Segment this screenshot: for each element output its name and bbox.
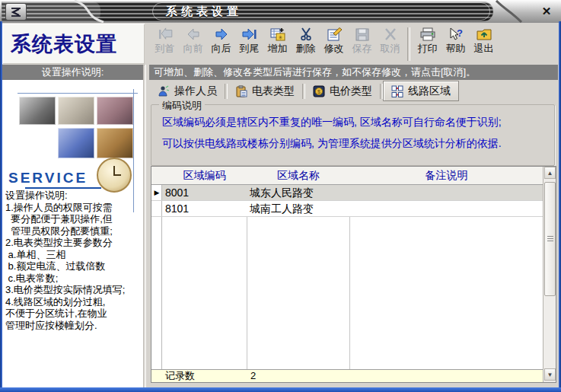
tab-operators[interactable]: 操作人员 [150,81,225,100]
first-label: 到首 [155,42,175,56]
collage-tools-image [19,97,56,125]
operator-person-icon [158,85,170,97]
scroll-down-button[interactable]: ▼ [544,368,556,381]
service-brand-text: SERVICE [8,170,88,186]
record-count-label: 记录数 [162,370,247,382]
exit-label: 退出 [474,42,494,56]
scrollbar-grip [547,236,553,237]
table-header-row: 区域编码 区域名称 备注说明 [151,167,543,185]
tab-meter-type[interactable]: 电表类型 [228,81,302,100]
title-bar: 系统表设置 ✕ [0,0,561,23]
table-row[interactable]: 8101 城南工人路变 [162,201,543,217]
row-marker-column: ▶ [151,185,162,369]
tab-operators-label: 操作人员 [174,84,217,98]
clipboard-icon [235,85,247,97]
prev-button[interactable]: 向前 [179,25,207,62]
last-button[interactable]: 到尾 [235,25,263,62]
toolbar-separator [407,27,410,61]
close-icon: ✕ [542,5,552,18]
window-border-bottom [0,387,561,392]
modify-button[interactable]: 修改 [320,25,348,62]
cell-region-name[interactable]: 城南工人路变 [247,201,349,217]
next-button[interactable]: 向后 [207,25,235,62]
tab-price-type[interactable]: $ 电价类型 [305,81,380,100]
print-button[interactable]: 打印 [413,25,441,62]
app-window: 系统表设置 ✕ 系统表设置 到首 向前 [0,0,561,392]
service-underline [25,187,101,189]
cell-region-code[interactable]: 8101 [162,201,247,217]
svg-text:✳: ✳ [278,34,283,41]
page-title: 系统表设置 [11,30,117,58]
cell-region-code[interactable]: 8001 [162,185,247,201]
groupbox-note-line2: 可以按供电线路或楼栋分别编码, 为管理系统提供分区域统计分析的依据. [162,137,502,151]
vertical-scrollbar[interactable]: ▲ ▼ [543,167,556,382]
tab-meter-type-label: 电表类型 [252,84,295,98]
scroll-up-button[interactable]: ▲ [544,167,556,179]
cancel-button[interactable]: 取消 [376,25,404,62]
delete-button[interactable]: 删除 [292,25,320,62]
next-label: 向后 [212,42,231,56]
save-icon [354,27,371,41]
delete-icon [298,27,314,41]
table-row[interactable]: 8001 城东人民路变 [162,185,543,201]
notice-bar: 可增加、删除、修改各类型后请进行保存，如不保存修改，请点击[取消]。 [149,65,558,80]
row-marker [151,201,162,217]
groupbox-note-line1: 区域编码必须是辖区内不重复的唯一编码, 区域名称可自行命名便于识别; [162,116,502,129]
sidebar: 设置操作说明: SERVICE 设置操作说明: 1.操作人员的权限可按需 要分配… [2,65,144,387]
column-header-name[interactable]: 区域名称 [247,167,349,185]
pocket-watch-image [97,158,132,193]
add-button[interactable]: ✳ 增加 [263,25,292,62]
scroll-down-icon: ▼ [547,371,553,378]
region-table: 区域编码 区域名称 备注说明 ▶ 8001 城东人民路变 8101 城南工人路变 [151,166,556,383]
coin-icon: $ [313,85,325,97]
app-logo-icon [5,3,27,21]
column-header-code[interactable]: 区域编码 [162,167,247,185]
collage-hand-image [97,128,133,158]
groupbox-legend: 编码说明 [159,99,205,113]
main-panel: 可增加、删除、修改各类型后请进行保存，如不保存修改，请点击[取消]。 操作人员 [145,65,559,387]
cell-region-note[interactable] [349,201,543,217]
toolbar: 到首 向前 向后 到尾 ✳ [145,24,559,64]
last-label: 到尾 [240,42,260,56]
save-label: 保存 [352,42,372,56]
prev-icon [185,27,202,41]
current-row-marker: ▶ [151,185,162,201]
tab-strip: 操作人员 电表类型 $ 电价类型 [146,80,559,102]
column-header-note[interactable]: 备注说明 [350,167,543,185]
region-diagram-icon [391,85,403,97]
delete-label: 删除 [296,42,316,56]
window-border-left [0,21,2,392]
print-icon [419,27,436,41]
add-label: 增加 [268,42,288,56]
add-icon: ✳ [269,27,286,41]
help-label: 帮助 [446,42,466,56]
tab-line-region[interactable]: 线路区域 [383,81,459,101]
tab-price-type-label: 电价类型 [330,84,372,98]
record-count-value: 2 [247,370,349,382]
first-button[interactable]: 到首 [151,25,179,62]
collage-pencils-image [97,97,133,125]
cell-region-name[interactable]: 城东人民路变 [247,185,349,201]
collage-pen-image [58,97,94,125]
close-button[interactable]: ✕ [537,3,556,19]
sidebar-instructions: 设置操作说明: 1.操作人员的权限可按需 要分配便于兼职操作,但 管理员权限分配… [5,190,143,331]
cancel-icon [382,27,399,41]
coding-note-groupbox: 编码说明 区域编码必须是辖区内不重复的唯一编码, 区域名称可自行命名便于识别; … [151,104,555,166]
exit-button[interactable]: 退出 [470,25,498,62]
last-icon [241,27,258,41]
collage-keyboard-image [58,128,94,158]
scroll-up-icon: ▲ [547,170,553,177]
cell-region-note[interactable] [349,185,543,201]
sidebar-header: 设置操作说明: [2,65,143,80]
help-button[interactable]: ? 帮助 [441,25,470,62]
tab-line-region-label: 线路区域 [408,84,451,98]
row-marker-icon: ▶ [155,189,160,196]
save-button[interactable]: 保存 [348,25,376,62]
help-icon: ? [448,27,464,41]
print-label: 打印 [418,42,438,56]
first-icon [157,27,174,41]
svg-text:$: $ [317,89,320,94]
exit-icon [476,27,492,41]
prev-label: 向前 [183,42,203,56]
scrollbar-thumb[interactable] [544,182,556,296]
